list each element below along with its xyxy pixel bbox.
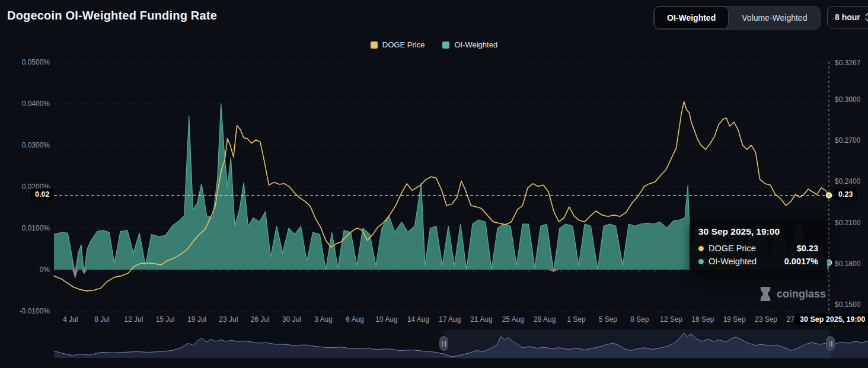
x-axis-label: 23 Sep [755,315,777,324]
x-axis-label: 19 Jul [187,315,206,324]
x-axis-label: 26 Jul [251,315,270,324]
price-last-point-dot [826,193,832,198]
x-axis-label: 23 Jul [219,315,238,324]
current-funding-badge: 0.02 [31,188,53,200]
tooltip-date: 30 Sep 2025, 19:00 [698,226,818,237]
coinglass-logo-icon [759,286,772,302]
funding-axis-label: 0.0100% [22,224,50,232]
tooltip-value: 0.0017% [784,257,818,266]
tooltip-row-oi-weighted: OI-Weighted 0.0017% [698,257,818,266]
x-axis-label: 15 Jul [156,315,175,324]
doge-price-swatch [371,41,378,49]
chart-canvas[interactable]: 0.0500%0.0400%0.0300%0.0200%0.0100%0%-0.… [0,0,868,368]
chart-tooltip: 30 Sep 2025, 19:00 DOGE Price $0.23 OI-W… [690,219,827,273]
x-axis-label: 12 Sep [660,315,682,324]
crosshair-date-badge: 30 Sep 2025, 19:00 [795,313,868,325]
price-axis-label: $0.1500 [835,300,861,309]
x-axis-label: 12 Jul [124,315,143,324]
current-price-badge: 0.23 [834,188,857,200]
price-axis-label: $0.2100 [835,219,861,227]
price-axis-label: $0.2400 [835,177,861,185]
legend-label: DOGE Price [382,40,425,49]
funding-axis-label: -0.0100% [20,307,50,315]
x-axis-label: 30 Jul [282,315,301,324]
coinglass-watermark: coinglass [759,286,826,302]
tooltip-label: OI-Weighted [709,257,757,266]
oi-weighted-swatch [442,41,449,49]
funding-axis-label: 0% [40,265,50,274]
x-axis-label: 17 Aug [439,315,461,324]
price-axis-label: $0.3267 [835,59,861,67]
legend-item-oi-weighted[interactable]: OI-Weighted [442,40,497,49]
x-axis-label: 14 Aug [407,315,429,324]
weighting-toggle: OI-Weighted Volume-Weighted [653,6,821,30]
page-title: Dogecoin OI-Weighted Funding Rate [7,9,217,23]
tooltip-row-doge-price: DOGE Price $0.23 [698,244,818,253]
watermark-text: coinglass [777,288,826,300]
x-axis-label: 4 Jul [63,315,78,324]
interval-select[interactable]: 8 hour [827,6,868,28]
funding-axis-label: 0.0400% [22,100,50,108]
legend-item-doge-price[interactable]: DOGE Price [371,40,425,49]
x-axis-label: 19 Sep [723,315,746,324]
tooltip-label: DOGE Price [709,244,756,253]
navigator-right-handle[interactable] [826,336,835,351]
x-axis-label: 3 Aug [314,315,333,324]
x-axis-label: 6 Aug [346,315,364,324]
chart-legend: DOGE Price OI-Weighted [0,40,868,49]
x-axis-label: 25 Aug [502,315,524,324]
x-axis-label: 16 Sep [691,315,714,324]
price-axis-label: $0.3000 [835,95,861,104]
funding-rate-page: 0.0500%0.0400%0.0300%0.0200%0.0100%0%-0.… [0,0,868,368]
oi-weighted-dot-icon [698,259,704,264]
x-axis-label: 1 Sep [567,315,586,324]
doge-price-dot-icon [698,246,704,251]
x-axis-label: 5 Sep [599,315,618,324]
x-axis-label: 8 Jul [94,315,109,324]
toggle-volume-weighted[interactable]: Volume-Weighted [729,7,820,29]
price-axis-label: $0.2700 [835,136,861,145]
funding-axis-label: 0.0500% [22,58,50,66]
x-axis-label: 8 Sep [630,315,649,324]
tooltip-value: $0.23 [797,244,818,253]
x-axis-label: 21 Aug [470,315,492,324]
x-axis-label: 28 Aug [534,315,556,324]
legend-label: OI-Weighted [454,40,497,49]
x-axis-label: 10 Aug [375,315,397,324]
interval-label: 8 hour [835,12,860,22]
price-axis-label: $0.1800 [835,260,861,268]
sort-chevrons-icon [865,12,868,22]
funding-axis-label: 0.0300% [22,141,50,149]
navigator-left-handle[interactable] [439,336,448,351]
toggle-oi-weighted[interactable]: OI-Weighted [654,7,729,29]
